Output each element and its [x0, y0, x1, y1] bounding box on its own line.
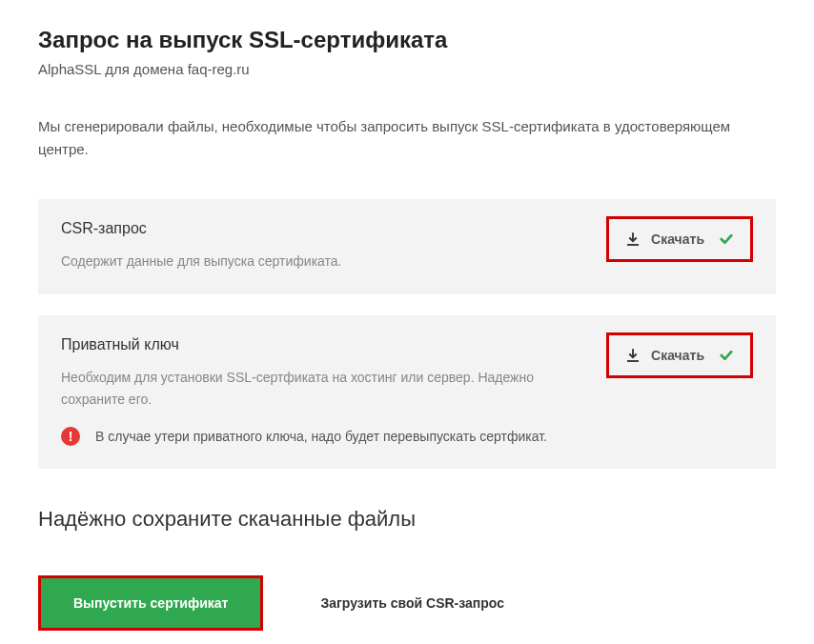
warning-icon: ! — [61, 427, 80, 446]
save-files-heading: Надёжно сохраните скачанные файлы — [38, 507, 776, 532]
download-icon — [624, 347, 641, 364]
upload-csr-link[interactable]: Загрузить свой CSR-запрос — [320, 595, 503, 611]
page-subtitle: AlphaSSL для домена faq-reg.ru — [38, 61, 776, 77]
issue-certificate-button[interactable]: Выпустить сертификат — [41, 578, 260, 628]
key-download-label: Скачать — [651, 348, 704, 363]
check-icon — [718, 231, 735, 248]
key-warning-row: ! В случае утери приватного ключа, надо … — [61, 427, 753, 446]
check-icon — [718, 347, 735, 364]
page-title: Запрос на выпуск SSL-сертификата — [38, 27, 776, 53]
csr-download-button[interactable]: Скачать — [624, 231, 704, 248]
csr-card: CSR-запрос Содержит данные для выпуска с… — [38, 199, 776, 294]
private-key-card: Приватный ключ Необходим для установки S… — [38, 315, 776, 469]
key-download-button[interactable]: Скачать — [624, 347, 704, 364]
key-download-highlight: Скачать — [606, 332, 753, 378]
csr-download-label: Скачать — [651, 231, 704, 247]
intro-text: Мы сгенерировали файлы, необходимые чтоб… — [38, 115, 772, 161]
key-card-desc: Необходим для установки SSL-сертфиката н… — [61, 367, 587, 410]
csr-card-title: CSR-запрос — [61, 220, 587, 237]
issue-button-highlight: Выпустить сертификат — [38, 575, 263, 631]
key-card-title: Приватный ключ — [61, 336, 587, 353]
csr-download-highlight: Скачать — [606, 216, 753, 262]
download-icon — [624, 231, 641, 248]
csr-card-desc: Содержит данные для выпуска сертификата. — [61, 251, 587, 272]
actions-row: Выпустить сертификат Загрузить свой CSR-… — [38, 575, 776, 631]
key-warning-text: В случае утери приватного ключа, надо бу… — [95, 429, 547, 444]
